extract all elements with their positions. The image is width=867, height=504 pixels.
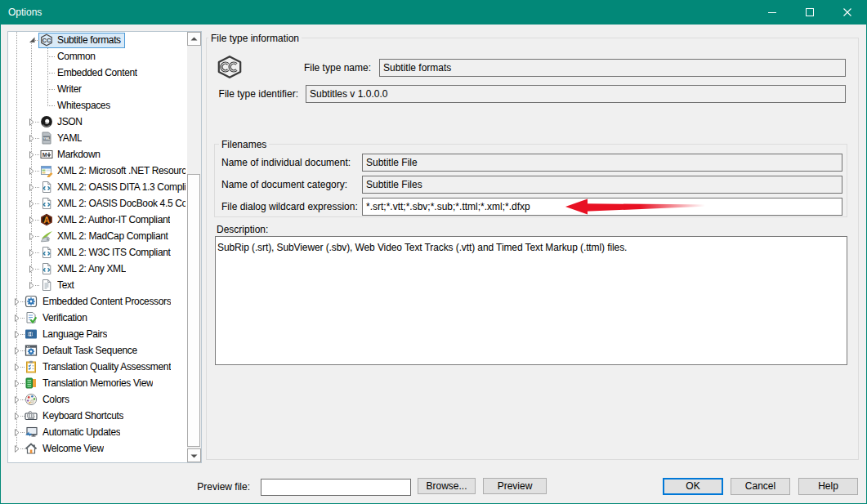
svg-text:M: M bbox=[42, 152, 47, 158]
svg-text:A: A bbox=[43, 215, 50, 225]
svg-text:CC: CC bbox=[42, 37, 51, 44]
svg-text:YML: YML bbox=[43, 136, 51, 140]
